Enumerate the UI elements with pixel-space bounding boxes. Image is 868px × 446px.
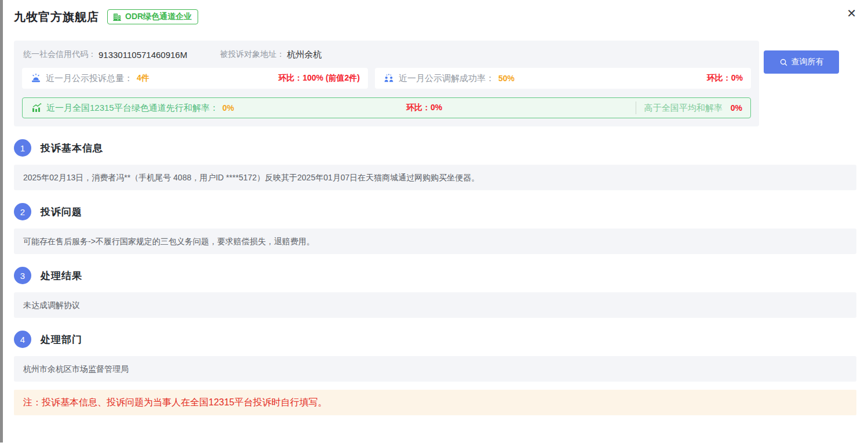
footnote: 注：投诉基本信息、投诉问题为当事人在全国12315平台投诉时自行填写。 — [14, 390, 856, 415]
vs-national-label: 高于全国平均和解率 — [644, 103, 723, 114]
complaint-total-value: 4件 — [137, 73, 149, 84]
section-4-title: 处理部门 — [41, 333, 82, 346]
mediation-rate-value: 50% — [498, 74, 515, 83]
section-1-content: 2025年02月13日，消费者冯**（手机尾号 4088，用户ID ****51… — [14, 165, 856, 190]
complaint-total-mom-value: 100% (前值2件) — [302, 73, 360, 82]
company-info-row: 统一社会信用代码： 91330110571460916M 被投诉对象地址： 杭州… — [22, 49, 751, 60]
query-all-button[interactable]: 查询所有 — [764, 50, 839, 74]
green-channel-value: 0% — [223, 103, 234, 113]
stat-card-green-channel: 近一月全国12315平台绿色通道先行和解率： 0% 环比：0% 高于全国平均和解… — [22, 97, 751, 118]
section-4-header: 4 处理部门 — [14, 331, 856, 348]
address-label: 被投诉对象地址： — [220, 49, 285, 60]
section-1-title: 投诉基本信息 — [41, 142, 103, 155]
stat-cards-row: 近一月公示投诉总量： 4件 环比：100% (前值2件) — [22, 68, 751, 89]
stat-card-complaint-total: 近一月公示投诉总量： 4件 环比：100% (前值2件) — [22, 68, 368, 89]
mediation-rate-mom-label: 环比： — [707, 73, 731, 82]
section-2-header: 2 投诉问题 — [14, 203, 856, 220]
green-channel-mom-value: 0% — [431, 103, 442, 112]
section-3-number-badge: 3 — [14, 267, 31, 284]
mediation-rate-label: 近一月公示调解成功率： — [399, 73, 494, 84]
people-icon — [383, 72, 395, 84]
section-1-header: 1 投诉基本信息 — [14, 139, 856, 157]
odr-badge: ODR绿色通道企业 — [107, 9, 198, 24]
stat-card-mediation-rate: 近一月公示调解成功率： 50% 环比：0% — [375, 68, 751, 89]
odr-badge-label: ODR绿色通道企业 — [125, 12, 192, 22]
section-2-number-badge: 2 — [14, 203, 31, 220]
modal-header: 九牧官方旗舰店 ODR绿色通道企业 — [14, 7, 856, 27]
section-4-number-badge: 4 — [14, 331, 31, 348]
query-all-label: 查询所有 — [792, 57, 824, 67]
section-3-title: 处理结果 — [41, 269, 82, 282]
complaint-total-label: 近一月公示投诉总量： — [46, 73, 133, 84]
complaint-detail-modal: 九牧官方旗舰店 ODR绿色通道企业 ✕ 统一社会信用代码： — [0, 0, 868, 446]
section-2-content: 可能存在售后服务->不履行国家规定的三包义务问题，要求赔偿损失，退赔费用。 — [14, 229, 856, 254]
credit-code-label: 统一社会信用代码： — [23, 49, 96, 60]
green-channel-label: 近一月全国12315平台绿色通道先行和解率： — [46, 103, 218, 114]
shop-title: 九牧官方旗舰店 — [14, 9, 99, 25]
complaint-total-mom-label: 环比： — [278, 73, 302, 82]
credit-code-value: 91330110571460916M — [99, 50, 187, 60]
vertical-divider — [636, 101, 636, 114]
alarm-icon — [30, 72, 42, 84]
section-2-title: 投诉问题 — [41, 205, 82, 219]
address-value: 杭州余杭 — [287, 49, 322, 60]
green-channel-mom-label: 环比： — [406, 103, 431, 112]
mediation-rate-mom-value: 0% — [731, 73, 743, 82]
section-3-header: 3 处理结果 — [14, 267, 856, 284]
search-icon — [779, 58, 788, 67]
vs-national-value: 0% — [731, 103, 742, 113]
building-icon — [112, 12, 122, 21]
section-3-content: 未达成调解协议 — [14, 292, 856, 318]
close-icon[interactable]: ✕ — [847, 7, 856, 20]
chart-icon — [31, 102, 42, 114]
company-info-panel: 统一社会信用代码： 91330110571460916M 被投诉对象地址： 杭州… — [14, 41, 759, 126]
section-1-number-badge: 1 — [14, 139, 31, 157]
section-4-content: 杭州市余杭区市场监督管理局 — [14, 356, 856, 382]
